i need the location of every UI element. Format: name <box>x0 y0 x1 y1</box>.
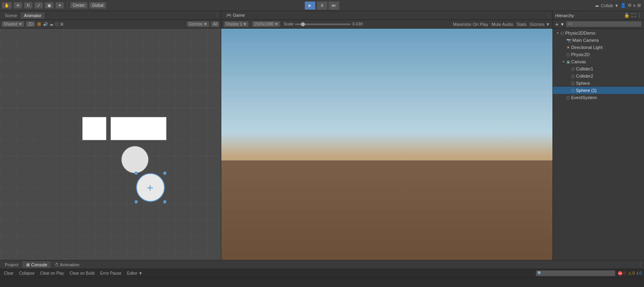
hierarchy-item-canvas[interactable]: ▼ ▣ Canvas <box>553 58 644 65</box>
hierarchy-toolbar: + ▼ <box>553 20 644 29</box>
scale-control: Scale 0.438: <box>283 22 450 26</box>
handle-tl[interactable] <box>135 172 138 175</box>
maximize-on-play-label[interactable]: Maximize On Play <box>453 22 488 27</box>
sphere1-icon: ⬡ <box>571 88 575 93</box>
scene-gizmos-btn[interactable]: Gizmos ▼ <box>187 21 209 27</box>
error-icon: ⛔ <box>618 271 623 275</box>
resolution-chevron: ▼ <box>275 22 279 26</box>
global-btn[interactable]: Global <box>89 2 106 9</box>
mute-audio-label[interactable]: Mute Audio <box>492 22 513 27</box>
error-pause-btn[interactable]: Error Pause <box>99 271 123 276</box>
handle-bl[interactable] <box>135 200 138 203</box>
pause-button[interactable]: ⏸ <box>316 1 328 10</box>
hierarchy-item-eventsystem[interactable]: ⬡ EventSystem <box>553 94 644 101</box>
bottom-search-input[interactable] <box>536 270 615 276</box>
2d-toggle[interactable]: 2D <box>26 21 35 27</box>
step-button[interactable]: ⏭ <box>328 1 340 10</box>
clear-on-play-btn[interactable]: Clear on Play <box>39 271 66 276</box>
panel-menu-icon[interactable]: ⋮ <box>215 13 219 18</box>
eventsystem-icon: ⬡ <box>566 96 570 100</box>
game-panel-menu[interactable]: ⋮ <box>546 13 551 18</box>
item-label-sphere: Sphere <box>576 81 590 86</box>
error-count: 0 <box>623 271 626 275</box>
scale-slider-thumb[interactable] <box>301 22 305 26</box>
scene-all-btn[interactable]: All <box>211 21 219 27</box>
game-tab-icon: 🎮 <box>226 13 232 18</box>
resolution-selector[interactable]: 1920x1080 ▼ <box>252 21 280 27</box>
play-button[interactable]: ▶ <box>304 1 316 10</box>
item-label-eventsystem: EventSystem <box>571 95 597 100</box>
hierarchy-menu-icon[interactable]: ⋮ <box>637 13 642 18</box>
info-count: 0 <box>639 271 642 275</box>
item-label-collider1: Collider1 <box>576 66 593 71</box>
plus-icon[interactable]: + <box>555 21 558 27</box>
tab-animator[interactable]: Animator <box>21 12 45 19</box>
tab-project[interactable]: Project <box>2 262 21 268</box>
bottom-search-container: 🔍 <box>536 270 615 276</box>
tab-animation[interactable]: ⏱ Animation <box>51 262 83 268</box>
scene-gizmos-icon[interactable]: ⬡ <box>55 22 59 26</box>
bottom-panel-menu[interactable]: ⋮ <box>638 262 642 267</box>
settings-icon: ⚙ <box>628 3 632 8</box>
fx-icon[interactable]: ☁ <box>49 22 53 26</box>
info-badge[interactable]: ℹ 0 <box>637 271 642 275</box>
scale-slider-track[interactable] <box>295 23 351 25</box>
handle-tr[interactable] <box>163 172 166 175</box>
handle-br[interactable] <box>163 200 166 203</box>
hierarchy-item-physic2d[interactable]: ⬡ Physic2D <box>553 51 644 58</box>
collab-button[interactable]: ☁ Collab ▼ 👤 ⚙ ≡ ⊞ <box>595 3 641 8</box>
lock-icon[interactable]: 🔓 <box>624 13 630 18</box>
hierarchy-list: ▼ ⬡ Physic2DDemo 📷 Main Camera ☀ Directi… <box>553 29 644 260</box>
hierarchy-item-collider1[interactable]: ⬡ Collider1 <box>553 65 644 72</box>
grid-icon[interactable]: ⊞ <box>60 22 63 26</box>
hierarchy-item-sphere1[interactable]: ⬡ Sphere (1) <box>553 87 644 94</box>
physic2d-icon: ⬡ <box>566 53 570 57</box>
tab-console[interactable]: 🖥 Console <box>22 262 50 268</box>
right-panel: Hierarchy 🔓 ⛶ ⋮ + ▼ ▼ ⬡ Physic2DDemo <box>552 11 644 260</box>
hierarchy-item-directional-light[interactable]: ☀ Directional Light <box>553 44 644 51</box>
hierarchy-item-main-camera[interactable]: 📷 Main Camera <box>553 37 644 44</box>
hierarchy-item-collider2[interactable]: ⬡ Collider2 <box>553 72 644 80</box>
game-gizmos-label[interactable]: Gizmos ▼ <box>530 22 550 27</box>
down-arrow-icon[interactable]: ▼ <box>560 22 564 27</box>
object-pivot <box>147 185 153 191</box>
item-label-collider2: Collider2 <box>576 74 593 78</box>
lighting-icon[interactable]: 🔆 <box>37 22 41 26</box>
warning-badge[interactable]: ⚠ 0 <box>628 271 635 275</box>
move-tool-btn[interactable]: ✛ <box>14 2 22 9</box>
display-label: Display 1 <box>226 22 242 26</box>
expand-arrow: ▼ <box>556 31 559 35</box>
top-toolbar: ✋ ✛ ↻ ⤢ ▣ ✦ Center Global ▶ ⏸ ⏭ ☁ Collab… <box>0 0 644 11</box>
scene-icon: ⬡ <box>560 31 564 35</box>
rotate-tool-btn[interactable]: ↻ <box>24 2 33 9</box>
shaded-label[interactable]: Shaded ▼ <box>2 21 24 27</box>
hand-tool-btn[interactable]: ✋ <box>2 2 12 9</box>
layout-icon: ⊞ <box>637 3 641 8</box>
hierarchy-item-physic2ddemo[interactable]: ▼ ⬡ Physic2DDemo <box>553 29 644 37</box>
center-btn[interactable]: Center <box>70 2 88 9</box>
bottom-panel: Project 🖥 Console ⏱ Animation ⋮ Clear Co… <box>0 260 644 287</box>
tab-game[interactable]: 🎮 Game <box>223 12 248 19</box>
hierarchy-item-sphere[interactable]: ⬡ Sphere <box>553 80 644 87</box>
game-panel-tabs: 🎮 Game ⋮ <box>221 11 552 20</box>
clear-btn[interactable]: Clear <box>2 271 15 276</box>
item-label-main-camera: Main Camera <box>572 38 599 43</box>
display-selector[interactable]: Display 1 ▼ <box>224 21 249 27</box>
stats-label[interactable]: Stats <box>517 22 527 27</box>
maximize-icon[interactable]: ⛶ <box>631 13 636 18</box>
scale-tool-btn[interactable]: ⤢ <box>34 2 43 9</box>
hierarchy-search-input[interactable] <box>566 21 642 27</box>
play-controls: ▶ ⏸ ⏭ <box>304 1 340 10</box>
collapse-btn[interactable]: Collapse <box>18 271 36 276</box>
error-badge[interactable]: ⛔ 0 <box>618 271 626 275</box>
multi-tool-btn[interactable]: ✦ <box>55 2 64 9</box>
clear-on-build-btn[interactable]: Clear on Build <box>68 271 96 276</box>
scene-view <box>0 29 221 260</box>
display-chevron: ▼ <box>243 22 247 26</box>
editor-dropdown-btn[interactable]: Editor ▼ <box>125 271 144 276</box>
audio-icon[interactable]: 🔊 <box>43 22 48 26</box>
rect-tool-btn[interactable]: ▣ <box>45 2 54 9</box>
bottom-tabs: Project 🖥 Console ⏱ Animation ⋮ <box>0 260 644 269</box>
tab-scene[interactable]: Scene <box>2 12 21 19</box>
animation-label: Animation <box>60 262 80 267</box>
